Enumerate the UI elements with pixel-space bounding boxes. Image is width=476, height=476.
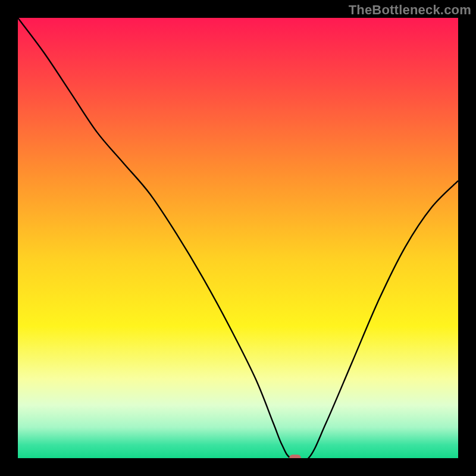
- chart-frame: TheBottleneck.com: [0, 0, 476, 476]
- bottleneck-curve-path: [18, 18, 458, 458]
- plot-area: [18, 18, 458, 458]
- watermark-text: TheBottleneck.com: [349, 2, 471, 18]
- curve-layer: [18, 18, 458, 458]
- optimal-point-marker: [289, 455, 301, 458]
